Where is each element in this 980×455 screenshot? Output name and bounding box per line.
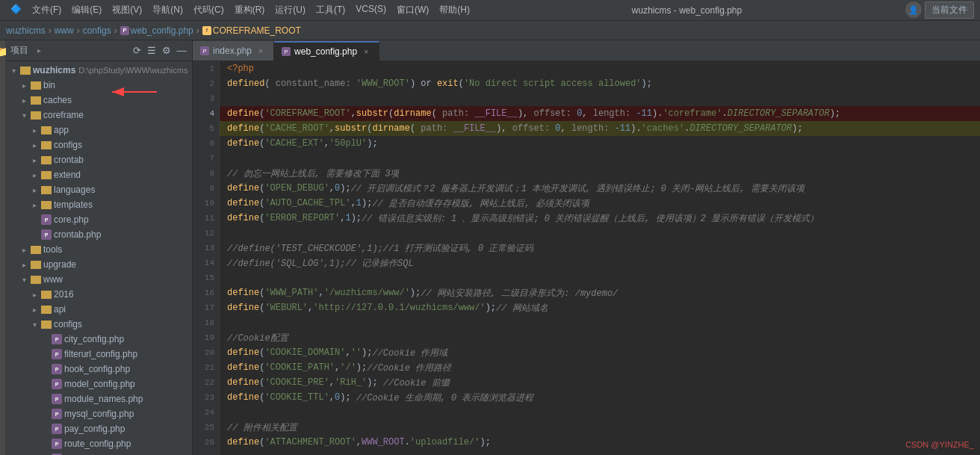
menu-vcs[interactable]: VCS(S) bbox=[351, 2, 391, 18]
tree-item-route[interactable]: P route_config.php bbox=[6, 436, 192, 451]
tree-item-mysql[interactable]: P mysql_config.php bbox=[6, 406, 192, 421]
php-icon-breadcrumb: P bbox=[120, 26, 129, 35]
menu-help[interactable]: 帮助(H) bbox=[435, 2, 474, 18]
tree-item-pay[interactable]: P pay_config.php bbox=[6, 421, 192, 436]
func-icon-breadcrumb: f bbox=[202, 26, 211, 35]
label-tools: tools bbox=[43, 244, 62, 255]
tree-item-upgrade[interactable]: upgrade bbox=[6, 257, 192, 272]
menu-view[interactable]: 视图(V) bbox=[108, 2, 146, 18]
breadcrumb-web-config[interactable]: web_config.php bbox=[131, 25, 193, 36]
label-filterurl: filterurl_config.php bbox=[64, 349, 137, 359]
menu-code[interactable]: 代码(C) bbox=[189, 2, 229, 18]
menu-navigate[interactable]: 导航(N) bbox=[148, 2, 187, 18]
label-2016: 2016 bbox=[54, 289, 74, 300]
ln-23: 23 bbox=[193, 390, 219, 405]
label-configs-core: configs bbox=[54, 140, 82, 150]
menu-bar[interactable]: 🔷 文件(F) 编辑(E) 视图(V) 导航(N) 代码(C) 重构(R) 运行… bbox=[6, 2, 474, 18]
ln-20: 20 bbox=[193, 345, 219, 360]
tree-item-configs-core[interactable]: configs bbox=[6, 137, 192, 152]
tab-web-config-php[interactable]: P web_config.php × bbox=[274, 41, 379, 61]
tree-item-tools[interactable]: tools bbox=[6, 242, 192, 257]
tab-close-index[interactable]: × bbox=[255, 46, 266, 56]
main-layout: 📁 项目 ⟳ ☰ ⚙ — wuzhicms D:\php bbox=[0, 40, 980, 455]
code-line-4: define('COREFRAME_ROOT',substr(dirname( … bbox=[220, 106, 980, 121]
code-line-13: //define('TEST_CHECKCODE',1);//1 打开测试验证码… bbox=[220, 241, 980, 256]
title-bar: 🔷 文件(F) 编辑(E) 视图(V) 导航(N) 代码(C) 重构(R) 运行… bbox=[0, 0, 980, 21]
label-templates: templates bbox=[54, 199, 93, 210]
tree-item-configs-www[interactable]: configs bbox=[6, 317, 192, 332]
tree-item-www[interactable]: www bbox=[6, 272, 192, 287]
tree-item-languages[interactable]: languages bbox=[6, 182, 192, 197]
menu-refactor[interactable]: 重构(R) bbox=[230, 2, 270, 18]
code-area[interactable]: <?php defined( constant_name: 'WWW_ROOT'… bbox=[220, 61, 980, 455]
toolbar-settings-btn[interactable]: ⚙ bbox=[161, 45, 173, 57]
ln-7: 7 bbox=[193, 151, 219, 166]
menu-app-icon[interactable]: 🔷 bbox=[6, 2, 26, 18]
ln-15: 15 bbox=[193, 270, 219, 285]
code-line-2: defined( constant_name: 'WWW_ROOT') or e… bbox=[220, 76, 980, 91]
folder-icon-app bbox=[41, 126, 52, 134]
tree-root[interactable]: wuzhicms D:\phpStudy\WWW\wuzhicms bbox=[6, 63, 192, 78]
ln-14: 14 bbox=[193, 256, 219, 270]
tree-item-coreframe[interactable]: coreframe bbox=[6, 108, 192, 123]
tree-item-city-config[interactable]: P city_config.php bbox=[6, 332, 192, 347]
ln-6: 6 bbox=[193, 136, 219, 151]
breadcrumb-configs[interactable]: configs bbox=[83, 25, 111, 36]
breadcrumb-wuzhicms[interactable]: wuzhicms bbox=[6, 25, 46, 36]
tree-item-hook[interactable]: P hook_config.php bbox=[6, 362, 192, 377]
menu-tools[interactable]: 工具(T) bbox=[311, 2, 350, 18]
current-file-button[interactable]: 当前文件 bbox=[925, 1, 974, 19]
tree-item-crontab-php[interactable]: P crontab.php bbox=[6, 227, 192, 242]
tree-item-app[interactable]: app bbox=[6, 123, 192, 137]
label-caches: caches bbox=[43, 95, 72, 105]
breadcrumb: wuzhicms › www › configs › P web_config.… bbox=[0, 21, 980, 40]
ln-12: 12 bbox=[193, 226, 219, 241]
code-line-17: define('WEBURL','http://127.0.0.1/wuzhic… bbox=[220, 300, 980, 315]
tree-item-api[interactable]: api bbox=[6, 302, 192, 317]
ln-5: 5 bbox=[193, 121, 219, 136]
folder-icon-2016 bbox=[41, 291, 52, 299]
label-mysql: mysql_config.php bbox=[64, 409, 134, 419]
code-line-8: // 勿忘一网站上线后, 需要修改下面 3项 bbox=[220, 166, 980, 181]
menu-file[interactable]: 文件(F) bbox=[28, 2, 66, 18]
code-line-26: define('ATTACHMENT_ROOT',WWW_ROOT.'uploa… bbox=[220, 435, 980, 450]
left-panel: 📁 项目 ⟳ ☰ ⚙ — wuzhicms D:\php bbox=[0, 40, 193, 455]
tree-item-templates[interactable]: templates bbox=[6, 197, 192, 212]
tree-item-core-php[interactable]: P core.php bbox=[6, 212, 192, 227]
menu-window[interactable]: 窗口(W) bbox=[392, 2, 433, 18]
editor-panel: P index.php × P web_config.php × 1 2 3 4… bbox=[193, 40, 980, 455]
folder-icon-bin bbox=[31, 81, 41, 90]
menu-edit[interactable]: 编辑(E) bbox=[67, 2, 106, 18]
tree-item-module[interactable]: P module_names.php bbox=[6, 391, 192, 406]
folder-icon-www bbox=[31, 276, 41, 284]
breadcrumb-coreframe-root[interactable]: COREFRAME_ROOT bbox=[213, 25, 301, 36]
tree-item-caches[interactable]: caches bbox=[6, 93, 192, 108]
tree-item-crontab[interactable]: crontab bbox=[6, 152, 192, 167]
tree-item-model[interactable]: P model_config.php bbox=[6, 377, 192, 391]
tree-item-bin[interactable]: bin bbox=[6, 78, 192, 93]
label-hook: hook_config.php bbox=[64, 364, 130, 374]
tree-item-2016[interactable]: 2016 bbox=[6, 287, 192, 302]
breadcrumb-www[interactable]: www bbox=[55, 25, 74, 36]
label-bin: bin bbox=[43, 80, 55, 90]
tree-item-uc-mysql[interactable]: P uc_mysql_config.php bbox=[6, 451, 192, 455]
ln-26: 26 bbox=[193, 435, 219, 450]
folder-icon-crontab bbox=[41, 156, 52, 164]
user-icon[interactable]: 👤 bbox=[905, 1, 922, 18]
php-icon-module: P bbox=[52, 394, 62, 404]
menu-run[interactable]: 运行(U) bbox=[270, 2, 310, 18]
tree-item-filterurl[interactable]: P filterurl_config.php bbox=[6, 347, 192, 362]
toolbar-collapse-btn[interactable]: ☰ bbox=[146, 45, 158, 57]
php-icon-hook: P bbox=[52, 364, 62, 374]
project-arrow[interactable] bbox=[34, 46, 43, 55]
tab-close-web[interactable]: × bbox=[361, 46, 371, 57]
folder-icon-upgrade bbox=[31, 261, 41, 269]
php-icon-city: P bbox=[52, 334, 62, 344]
toolbar-minimize-btn[interactable]: — bbox=[176, 45, 187, 57]
tree-item-extend[interactable]: extend bbox=[6, 167, 192, 182]
code-line-16: define('WWW_PATH','/wuzhicms/www/');// 网… bbox=[220, 285, 980, 300]
tab-index-php[interactable]: P index.php × bbox=[193, 41, 274, 61]
toolbar-sync-btn[interactable]: ⟳ bbox=[131, 45, 143, 57]
code-line-11: define('ERROR_REPORT',1);// 错误信息实级别: 1 、… bbox=[220, 211, 980, 226]
code-line-15 bbox=[220, 270, 980, 285]
